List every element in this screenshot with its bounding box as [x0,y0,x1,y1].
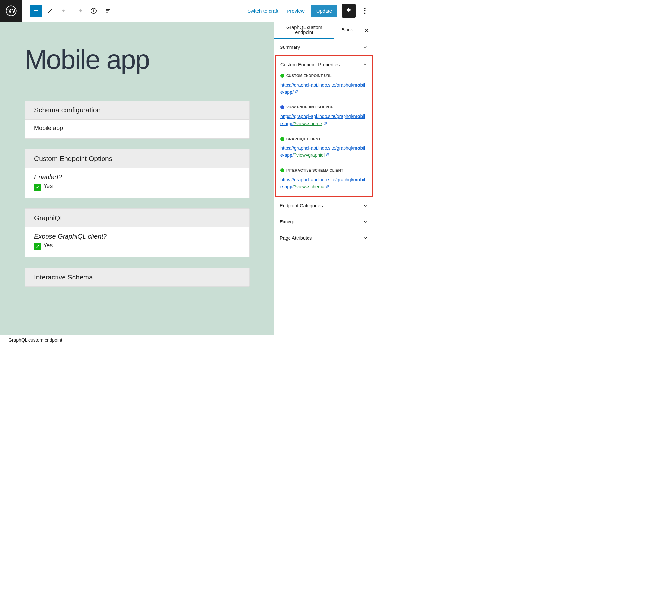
block-header: Interactive Schema [25,268,249,286]
close-icon [364,28,369,33]
block-interactive-schema[interactable]: Interactive Schema [25,268,250,287]
info-icon [90,7,97,14]
pencil-icon [47,7,54,14]
publish-tools: Switch to draft Preview Update [245,4,369,18]
breadcrumb-footer: GraphQL custom endpoint [0,335,373,345]
prop-label: GRAPHIQL CLIENT [280,137,367,141]
status-dot-icon [280,137,284,141]
list-view-button[interactable] [102,5,114,17]
block-header: Schema configuration [25,101,249,120]
panel-page-attributes: Page Attributes [274,230,373,246]
block-header: Custom Endpoint Options [25,149,249,168]
status-dot-icon [280,168,284,172]
prop-label: CUSTOM ENDPOINT URL [280,74,367,78]
prop-link-view-source[interactable]: https://graphql-api.lndo.site/graphql/mo… [280,113,367,127]
breadcrumb[interactable]: GraphQL custom endpoint [9,338,62,343]
undo-icon [61,7,68,14]
svg-point-4 [364,10,365,11]
list-view-icon [104,7,112,14]
update-button[interactable]: Update [311,5,337,17]
page-title[interactable]: Mobile app [25,44,250,75]
prop-interactive-schema-client: INTERACTIVE SCHEMA CLIENT https://graphq… [280,164,367,196]
external-link-icon [326,183,329,191]
panel-toggle-endpoint-categories[interactable]: Endpoint Categories [274,198,373,214]
top-toolbar: Switch to draft Preview Update [0,0,373,22]
switch-to-draft-button[interactable]: Switch to draft [245,6,280,16]
preview-button[interactable]: Preview [285,6,306,16]
gear-icon [345,7,352,14]
prop-label: VIEW ENDPOINT SOURCE [280,105,367,109]
prop-link-schema[interactable]: https://graphql-api.lndo.site/graphql/mo… [280,176,367,190]
prop-label: INTERACTIVE SCHEMA CLIENT [280,168,367,172]
block-header: GraphiQL [25,209,249,227]
external-link-icon [326,152,329,159]
block-graphiql[interactable]: GraphiQL Expose GraphiQL client? ✓Yes [25,208,250,257]
plus-icon [32,7,40,14]
status-dot-icon [280,105,284,109]
option-answer: ✓Yes [34,242,240,250]
settings-sidebar: GraphQL custom endpoint Block Summary Cu… [274,22,373,335]
chevron-down-icon [363,219,368,224]
panel-toggle-summary[interactable]: Summary [274,39,373,55]
panel-toggle-page-attributes[interactable]: Page Attributes [274,230,373,246]
panel-title: Summary [280,45,300,50]
wordpress-logo[interactable] [0,0,22,22]
chevron-up-icon [362,62,367,67]
redo-button [73,5,85,17]
panel-excerpt: Excerpt [274,214,373,230]
undo-button [59,5,71,17]
option-answer: ✓Yes [34,183,240,191]
block-schema-config[interactable]: Schema configuration Mobile app [25,101,250,139]
close-sidebar-button[interactable] [360,22,373,39]
chevron-down-icon [363,203,368,208]
status-dot-icon [280,74,284,78]
svg-point-3 [364,8,365,9]
prop-view-source: VIEW ENDPOINT SOURCE https://graphql-api… [280,101,367,132]
option-question: Enabled? [34,173,240,181]
svg-point-5 [364,13,365,14]
prop-endpoint-url: CUSTOM ENDPOINT URL https://graphql-api.… [276,70,372,101]
edit-mode-button[interactable] [44,5,57,17]
chevron-down-icon [363,45,368,50]
sidebar-tabs: GraphQL custom endpoint Block [274,22,373,39]
block-endpoint-options[interactable]: Custom Endpoint Options Enabled? ✓Yes [25,149,250,198]
add-block-button[interactable] [30,5,42,17]
panel-title: Endpoint Categories [280,203,323,208]
panel-toggle-excerpt[interactable]: Excerpt [274,214,373,230]
panel-title: Custom Endpoint Properties [280,62,340,67]
external-link-icon [295,89,299,96]
prop-graphiql-client: GRAPHIQL CLIENT https://graphql-api.lndo… [280,133,367,164]
editor-canvas[interactable]: Mobile app Schema configuration Mobile a… [0,22,274,335]
settings-button[interactable] [342,4,356,18]
editor-tools [30,5,114,17]
check-icon: ✓ [34,243,41,250]
panel-summary: Summary [274,39,373,55]
panel-endpoint-categories: Endpoint Categories [274,198,373,214]
chevron-down-icon [363,235,368,240]
panel-title: Excerpt [280,219,296,224]
panel-toggle-custom-props[interactable]: Custom Endpoint Properties [276,56,372,70]
redo-icon [76,7,83,14]
panel-custom-endpoint-properties: Custom Endpoint Properties CUSTOM ENDPOI… [275,55,373,196]
prop-link-graphiql[interactable]: https://graphql-api.lndo.site/graphql/mo… [280,145,367,159]
tab-document[interactable]: GraphQL custom endpoint [274,22,334,39]
wordpress-icon [6,5,17,16]
tab-block[interactable]: Block [334,22,360,39]
panel-title: Page Attributes [280,235,312,240]
check-icon: ✓ [34,184,41,191]
block-value: Mobile app [25,120,249,138]
external-link-icon [323,120,327,127]
more-options-button[interactable] [360,4,369,18]
option-question: Expose GraphiQL client? [34,233,240,240]
prop-link-endpoint-url[interactable]: https://graphql-api.lndo.site/graphql/mo… [280,82,367,96]
document-info-button[interactable] [87,5,100,17]
kebab-icon [364,8,366,14]
